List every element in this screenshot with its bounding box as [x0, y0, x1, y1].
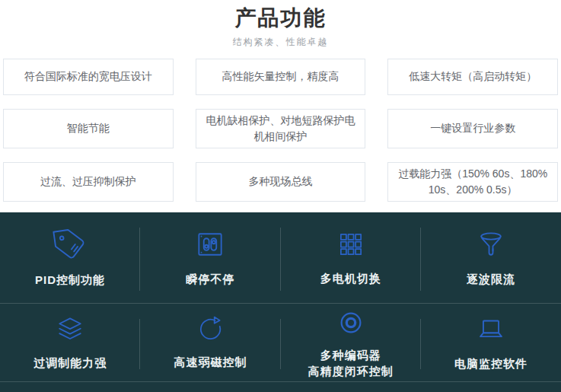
- highlight-cell-multi-motor: 多电机切换: [281, 212, 421, 303]
- rotate-icon: [194, 314, 226, 346]
- page-subtitle: 结构紧凑、性能卓越: [0, 36, 561, 49]
- feature-box: 低速大转矩（高启动转矩）: [387, 59, 558, 95]
- feature-box: 高性能矢量控制，精度高: [196, 59, 366, 95]
- socket-icon: [193, 228, 227, 261]
- highlight-label: PID控制功能: [35, 272, 105, 288]
- grid-icon: [335, 228, 367, 260]
- section-header: 产品功能 结构紧凑、性能卓越: [0, 0, 561, 49]
- feature-grid: 符合国际标准的宽电压设计 高性能矢量控制，精度高 低速大转矩（高启动转矩） 智能…: [0, 59, 561, 202]
- highlight-label: 电脑监控软件: [454, 355, 528, 371]
- feature-box: 过载能力强（150% 60s、180% 10s、200% 0.5s）: [387, 162, 558, 202]
- page-title: 产品功能: [0, 5, 561, 31]
- highlight-label: 高速弱磁控制: [174, 354, 247, 370]
- highlight-label: 多种编码器 高精度闭环控制: [308, 347, 394, 379]
- tag-icon: [53, 227, 88, 262]
- highlight-label: 多电机切换: [320, 270, 381, 286]
- highlight-cell-overmodulation: 过调制能力强: [0, 304, 140, 381]
- highlight-label: 逐波限流: [467, 271, 515, 287]
- highlight-cell-pc-software: 电脑监控软件: [421, 304, 561, 381]
- panel-footer-strip: [0, 382, 561, 392]
- feature-box: 智能节能: [3, 109, 174, 148]
- highlight-cell-encoder: 多种编码器 高精度闭环控制: [281, 304, 421, 381]
- highlight-row: PID控制功能 瞬停不停: [0, 212, 561, 304]
- highlight-cell-pid: PID控制功能: [0, 212, 140, 303]
- rings-icon: [334, 306, 368, 339]
- feature-box: 一键设置行业参数: [387, 109, 558, 148]
- highlight-cell-current-limit: 逐波限流: [421, 212, 561, 303]
- funnel-icon: [474, 228, 508, 261]
- highlight-label: 瞬停不停: [186, 271, 234, 287]
- laptop-icon: [473, 313, 508, 348]
- highlight-panel: PID控制功能 瞬停不停: [0, 212, 561, 392]
- highlight-cell-field-weakening: 高速弱磁控制: [140, 304, 280, 381]
- highlight-row: 过调制能力强 高速弱磁控制 多种编码器 高精度闭环控制: [0, 304, 561, 382]
- highlight-label: 过调制能力强: [33, 355, 107, 371]
- feature-box: 符合国际标准的宽电压设计: [3, 59, 174, 95]
- layers-icon: [53, 314, 87, 347]
- highlight-cell-ride-through: 瞬停不停: [140, 212, 280, 303]
- feature-box: 电机缺相保护、对地短路保护电机相间保护: [196, 109, 366, 148]
- feature-box: 过流、过压抑制保护: [3, 162, 174, 202]
- feature-box: 多种现场总线: [196, 162, 366, 202]
